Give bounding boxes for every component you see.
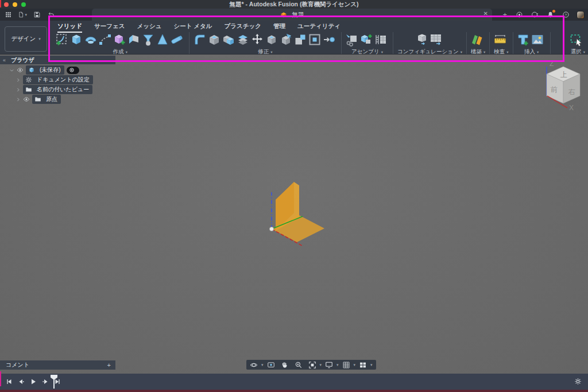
app-grid-button[interactable] xyxy=(3,10,13,20)
replace-face-button[interactable] xyxy=(265,32,280,48)
pan-button[interactable] xyxy=(281,361,291,369)
help-button[interactable]: ? xyxy=(561,10,570,20)
extrude-button[interactable] xyxy=(70,32,84,48)
browser-tree: (未保存)ドキュメントの設定名前の付いたビュー原点 xyxy=(0,65,149,104)
notifications-button[interactable] xyxy=(546,10,555,20)
tab-utilities[interactable]: ユーティリティ xyxy=(297,22,341,32)
browser-item-document-settings[interactable]: ドキュメントの設定 xyxy=(23,75,93,84)
insert-into-design-button[interactable] xyxy=(346,32,360,48)
timeline-marker-head[interactable] xyxy=(51,375,57,380)
chevron-right-icon[interactable] xyxy=(16,77,21,83)
add-comment-icon[interactable]: + xyxy=(107,362,111,368)
chevron-right-icon[interactable] xyxy=(16,97,21,102)
orbit-button[interactable]: ▾ xyxy=(250,361,264,369)
grid-display-button[interactable]: ▾ xyxy=(342,361,356,369)
fusion-window: 無題* - Autodesk Fusion (教育機関ライセンス) ▾ 無題 ✕… xyxy=(0,0,588,392)
new-tab-button[interactable]: + xyxy=(502,10,507,19)
configure-button[interactable] xyxy=(416,32,430,48)
browser-row-named-views[interactable]: 名前の付いたビュー xyxy=(0,85,149,94)
chevron-down-icon: ▾ xyxy=(461,50,462,55)
insert-derive-button[interactable] xyxy=(517,32,532,48)
eye-icon[interactable] xyxy=(23,96,30,103)
chevron-down-icon[interactable] xyxy=(9,68,14,73)
step-forward-button[interactable] xyxy=(42,378,49,385)
tab-mesh[interactable]: メッシュ xyxy=(137,22,161,32)
timeline-settings-gear-icon[interactable] xyxy=(574,377,582,387)
ribbon-group-select: 選択▾ xyxy=(569,31,587,56)
go-to-start-button[interactable] xyxy=(6,378,13,385)
hole-button[interactable] xyxy=(142,32,156,48)
tab-plastic[interactable]: プラスチック xyxy=(225,22,261,32)
new-component-button[interactable] xyxy=(360,32,374,48)
viewports-button[interactable]: ▾ xyxy=(359,361,373,369)
file-new-button[interactable]: ▾ xyxy=(18,10,27,20)
eye-icon[interactable] xyxy=(17,67,24,73)
browser-panel-header: « ブラウザ − xyxy=(0,56,115,64)
viewcube-x-label: X xyxy=(569,104,574,112)
browser-item-named-views[interactable]: 名前の付いたビュー xyxy=(23,85,92,94)
chevron-down-icon: ▾ xyxy=(270,50,272,55)
tab-sheet-metal[interactable]: シート メタル xyxy=(173,22,212,32)
close-tab-icon[interactable]: ✕ xyxy=(483,10,488,17)
browser-row-document-settings[interactable]: ドキュメントの設定 xyxy=(0,75,149,84)
construction-plane-button[interactable] xyxy=(471,32,485,48)
activate-component-control[interactable] xyxy=(67,67,79,74)
combine-button[interactable] xyxy=(222,32,237,48)
user-avatar[interactable] xyxy=(577,11,585,19)
collapse-panel-icon[interactable]: « xyxy=(3,57,6,63)
undo-button[interactable] xyxy=(47,10,56,20)
tab-surface[interactable]: サーフェス xyxy=(94,22,125,32)
pan-icon xyxy=(281,361,289,369)
workspace-selector-button[interactable]: デザイン ▾ xyxy=(5,26,47,52)
thicken-button[interactable] xyxy=(127,32,142,48)
align-button[interactable] xyxy=(323,32,337,48)
job-status-button[interactable] xyxy=(530,10,539,20)
select-window-button[interactable] xyxy=(571,32,585,48)
browser-item-document[interactable]: (未保存) xyxy=(26,65,64,75)
timeline-position-marker[interactable] xyxy=(51,375,57,389)
revolve-button[interactable] xyxy=(84,32,99,48)
offset-face-button[interactable] xyxy=(308,32,323,48)
split-body-button[interactable] xyxy=(280,32,294,48)
browser-row-document[interactable]: (未保存) xyxy=(0,65,149,75)
pipe-button[interactable] xyxy=(171,32,185,48)
shell-button[interactable] xyxy=(208,32,222,48)
step-back-button[interactable] xyxy=(18,378,25,385)
save-button[interactable] xyxy=(32,10,41,20)
primitive-button[interactable] xyxy=(113,32,127,48)
comments-panel-header[interactable]: コメント + xyxy=(0,360,115,370)
measure-button[interactable] xyxy=(494,32,508,48)
look-at-button[interactable] xyxy=(267,361,277,369)
chevron-down-icon: ▾ xyxy=(537,50,539,55)
fit-button[interactable]: ▾ xyxy=(308,361,322,369)
extensions-button[interactable] xyxy=(514,10,524,20)
canvas-button[interactable] xyxy=(532,32,546,48)
origin-point[interactable] xyxy=(269,227,273,231)
joint-bom-button[interactable] xyxy=(374,32,389,48)
measure-icon xyxy=(493,33,507,46)
browser-item-origin[interactable]: 原点 xyxy=(32,95,61,104)
ribbon-group-icons-construct xyxy=(471,31,485,48)
document-tab[interactable]: 無題 xyxy=(92,9,492,21)
press-pull-button[interactable] xyxy=(237,32,251,48)
origin-planes-graphic[interactable] xyxy=(247,172,350,255)
tab-manage[interactable]: 管理 xyxy=(273,22,285,32)
browser-row-origin[interactable]: 原点 xyxy=(0,95,149,104)
ribbon-group-inspect: 検査▾ xyxy=(492,31,510,56)
zoom-button[interactable] xyxy=(295,361,305,369)
display-settings-button[interactable]: ▾ xyxy=(325,361,339,369)
fillet-icon xyxy=(193,33,207,46)
configuration-table-button[interactable] xyxy=(430,32,444,48)
play-button[interactable] xyxy=(30,378,37,385)
scale-button[interactable] xyxy=(294,32,308,48)
chevron-down-icon: ▾ xyxy=(483,50,485,55)
create-sketch-button[interactable] xyxy=(56,32,70,48)
ribbon-group-icons-modify xyxy=(194,31,337,48)
chevron-right-icon[interactable] xyxy=(16,87,21,92)
minimize-panel-icon[interactable]: − xyxy=(107,57,111,64)
rib-button[interactable] xyxy=(156,32,171,48)
fillet-button[interactable] xyxy=(194,32,208,48)
move-copy-button[interactable] xyxy=(251,32,265,48)
view-cube[interactable]: Z 上 前 右 X xyxy=(539,59,588,112)
sweep-button[interactable] xyxy=(99,32,113,48)
